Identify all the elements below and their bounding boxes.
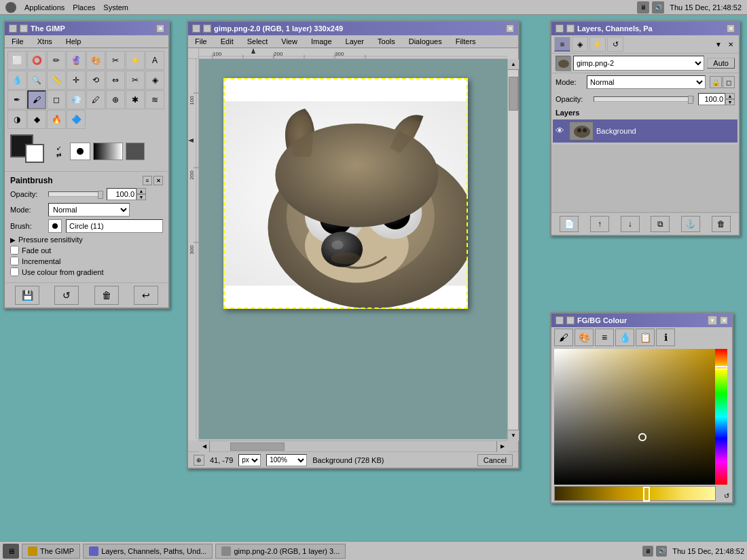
tool-fuzzy-select[interactable]: 🔮	[67, 51, 86, 70]
toolbox-save-btn[interactable]: 💾	[15, 286, 39, 305]
tool-eraser[interactable]: ◻	[47, 90, 66, 109]
canvas-cancel-btn[interactable]: Cancel	[477, 454, 513, 466]
tab-undo[interactable]: ↺	[607, 37, 623, 52]
tool-smudge[interactable]: ≋	[145, 90, 164, 109]
toolbox-menu-xtns[interactable]: Xtns	[33, 36, 56, 47]
opacity-value[interactable]: 100.0	[107, 188, 136, 200]
color-wheel-btn[interactable]: 🎨	[575, 329, 594, 346]
mode-select[interactable]: Normal	[48, 203, 130, 217]
opacity-slider[interactable]	[48, 191, 103, 197]
menu-system[interactable]: System	[103, 3, 128, 12]
layer-down-btn[interactable]: ↓	[621, 216, 640, 232]
color-palette-btn[interactable]: 📋	[636, 329, 655, 346]
tool-perspective[interactable]: ◈	[145, 71, 164, 90]
drawing-canvas[interactable]	[199, 59, 507, 439]
hue-bar[interactable]	[715, 349, 727, 485]
tool-pencil[interactable]: ✒	[7, 90, 26, 109]
tool-measure[interactable]: 📏	[47, 71, 66, 90]
tool-crop[interactable]: ✂	[126, 71, 145, 90]
canvas-menu-layer[interactable]: Layer	[342, 36, 369, 47]
layers-maximize[interactable]: □	[566, 24, 575, 33]
toolbox-minimize[interactable]: _	[9, 24, 17, 33]
vscroll-down[interactable]: ▼	[508, 430, 519, 441]
toolbox-maximize[interactable]: □	[20, 24, 28, 33]
menu-applications[interactable]: Applications	[24, 3, 65, 12]
canvas-menu-select[interactable]: Select	[243, 36, 272, 47]
canvas-unit[interactable]: px	[238, 454, 261, 466]
color-picker-area[interactable]: H S V R G B	[554, 349, 727, 485]
hscroll-right[interactable]: ▶	[496, 441, 507, 452]
tool-ink[interactable]: 🖊	[86, 90, 105, 109]
tool-flip[interactable]: ⇔	[106, 71, 125, 90]
gradient-preview[interactable]	[93, 143, 123, 160]
fgbg-minimize[interactable]: _	[555, 316, 564, 324]
tab-channels[interactable]: ◈	[572, 37, 588, 52]
tab-paths[interactable]: ⚡	[589, 37, 606, 52]
canvas-zoom[interactable]: 100%	[266, 454, 307, 466]
color-info-btn[interactable]: ℹ	[656, 329, 675, 346]
incremental-checkbox[interactable]	[10, 257, 19, 265]
tool-rect-select[interactable]: ⬜	[7, 51, 26, 70]
tool-paths[interactable]: ⚡	[126, 51, 145, 70]
tool-by-color[interactable]: 🎨	[86, 51, 105, 70]
layers-minimize[interactable]: _	[555, 24, 564, 33]
fgbg-close[interactable]: ✕	[720, 316, 728, 324]
color-reset-icon[interactable]: ↺	[724, 492, 729, 500]
tool-paintbrush[interactable]: 🖌	[27, 90, 46, 109]
canvas-menu-edit[interactable]: Edit	[217, 36, 238, 47]
canvas-minimize[interactable]: _	[192, 24, 200, 33]
taskbar-start-icon[interactable]: 🖥	[3, 544, 19, 559]
opacity-thumb[interactable]	[98, 191, 103, 199]
layer-visibility-eye[interactable]: 👁	[555, 126, 566, 136]
canvas-menu-view[interactable]: View	[277, 36, 302, 47]
layer-item-background[interactable]: 👁 Background	[553, 119, 737, 143]
options-menu-btn[interactable]: ≡	[143, 176, 152, 185]
layer-opacity-value[interactable]: 100.0	[698, 93, 725, 105]
canvas-menu-filters[interactable]: Filters	[452, 36, 480, 47]
layer-mode-select[interactable]: Normal	[587, 75, 706, 89]
canvas-maximize[interactable]: □	[203, 24, 211, 33]
canvas-close[interactable]: ✕	[506, 24, 514, 33]
reset-colors-icon[interactable]: ↙	[56, 145, 62, 151]
toolbox-close[interactable]: ✕	[156, 24, 164, 33]
tool-free-select[interactable]: ✏	[47, 51, 66, 70]
tool-airbrush[interactable]: 💨	[67, 90, 86, 109]
taskbar-canvas-panel[interactable]: gimp.png-2.0 (RGB, 1 layer) 3...	[215, 544, 346, 559]
vscroll-thumb[interactable]	[509, 77, 518, 111]
image-select[interactable]: gimp.png-2	[573, 56, 704, 71]
lock-btn2[interactable]: ◻	[723, 76, 735, 88]
tool-move[interactable]: ✛	[67, 71, 86, 90]
tool-transform[interactable]: ⟲	[86, 71, 105, 90]
fgbg-maximize[interactable]: □	[566, 316, 575, 324]
color-paint-btn[interactable]: 🖌	[554, 329, 573, 346]
color-gradient-bar[interactable]	[554, 486, 716, 501]
opacity-down[interactable]: ▼	[136, 194, 146, 200]
layer-delete-btn[interactable]: 🗑	[712, 216, 731, 232]
layer-up-btn[interactable]: ↑	[590, 216, 609, 232]
tool-zoom[interactable]: 🔍	[27, 71, 46, 90]
vscroll-track[interactable]	[508, 70, 518, 430]
layer-new-btn[interactable]: 📄	[560, 216, 579, 232]
layer-opacity-thumb[interactable]	[688, 96, 693, 104]
menu-places[interactable]: Places	[73, 3, 95, 12]
toolbox-menu-help[interactable]: Help	[62, 36, 86, 47]
layer-opacity-up[interactable]: ▲	[725, 93, 735, 99]
tool-color-picker[interactable]: 💧	[7, 71, 26, 90]
brush-name[interactable]: Circle (11)	[66, 219, 163, 233]
brush-icon-preview[interactable]	[48, 219, 62, 233]
tool-burn[interactable]: 🔥	[47, 110, 66, 129]
color-sliders-btn[interactable]: ≡	[595, 329, 614, 346]
hscroll-track[interactable]: ◀ ▶	[199, 441, 507, 451]
tool-text[interactable]: A	[145, 51, 164, 70]
fadeout-checkbox[interactable]	[10, 246, 19, 255]
layer-anchor-btn[interactable]: ⚓	[681, 216, 700, 232]
toolbox-restore-btn[interactable]: ↺	[54, 286, 79, 305]
pattern-preview[interactable]	[126, 143, 145, 160]
hscroll-thumb[interactable]	[230, 443, 285, 451]
lock-alpha-btn[interactable]: 🔒	[710, 76, 722, 88]
canvas-menu-tools[interactable]: Tools	[374, 36, 399, 47]
background-color[interactable]	[25, 144, 44, 163]
swap-colors-icon[interactable]: ⇄	[56, 151, 62, 158]
color-picker-btn[interactable]: 💧	[615, 329, 634, 346]
vscroll-up[interactable]: ▲	[508, 59, 519, 70]
